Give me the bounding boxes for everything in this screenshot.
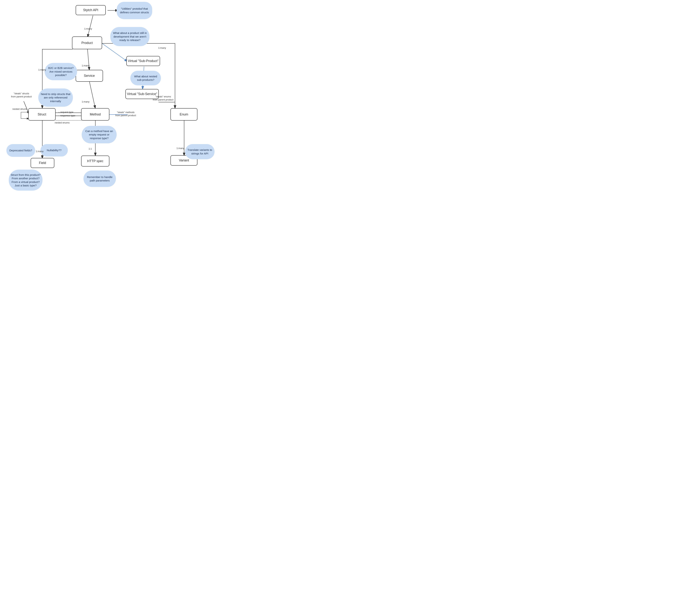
label-1many-enum-variant: 1:many xyxy=(177,147,184,150)
svg-line-6 xyxy=(102,44,128,62)
product-node: Product xyxy=(72,36,102,49)
b2c-b2b-cloud: B2C or B2B service? Are mixed services p… xyxy=(44,63,77,80)
label-nested-structs: nested structs xyxy=(12,108,27,111)
strip-structs-cloud: Need to strip structs that are only refe… xyxy=(38,88,73,107)
product-question-cloud: What about a product still in developmen… xyxy=(110,27,149,46)
svg-line-5 xyxy=(88,16,93,37)
field-node: Field xyxy=(31,158,54,168)
struct-type-question-cloud: Struct from this product? From another p… xyxy=(9,170,42,191)
nullability-cloud: Nullability?? xyxy=(40,144,68,156)
label-11-method-http: 1:1 xyxy=(89,147,92,151)
label-1many-product-struct: 1:many xyxy=(38,68,46,71)
label-1many-service-method: 1:many xyxy=(82,100,90,103)
label-steals-structs: "steals" structsfrom parent product xyxy=(10,92,33,98)
empty-request-cloud: Can a method have an empty request or re… xyxy=(82,126,117,143)
nested-sub-products-cloud: What about nested sub-products? xyxy=(130,71,161,85)
struct-node: Struct xyxy=(28,108,56,121)
enum-node: Enum xyxy=(170,108,197,121)
label-1many-struct-field: 1:many xyxy=(36,150,43,153)
label-steals-methods: "steals" methodsfrom parent product xyxy=(111,111,140,117)
utilities-cloud: "Utilities" protobuf that defines common… xyxy=(117,2,152,19)
translate-variants-cloud: Translate variants to strings for API xyxy=(185,144,215,159)
label-request-type: ←request type xyxy=(58,111,73,114)
diagram-container: Stytch API Product Virtual "Sub-Product"… xyxy=(0,0,219,192)
service-node: Service xyxy=(76,70,103,82)
label-response-type: ←response type xyxy=(58,114,75,117)
label-1many-api-product: 1:many xyxy=(84,28,92,31)
deprecated-fields-cloud: Deprecated fields? xyxy=(6,144,35,157)
method-node: Method xyxy=(81,108,109,121)
label-nested-enums: nested enums xyxy=(55,121,70,124)
remember-path-cloud: Remember to handle path parameters xyxy=(84,171,116,187)
label-steals-enums: "steals" enumsfrom parent product xyxy=(150,95,176,101)
virtual-sub-product-node: Virtual "Sub-Product" xyxy=(126,56,160,66)
label-1many-product-enum: 1:many xyxy=(158,47,166,50)
http-spec-node: HTTP spec xyxy=(81,156,109,167)
label-1many-product-service: 1:many xyxy=(82,64,90,67)
stytch-api-node: Stytch API xyxy=(76,5,106,15)
svg-line-9 xyxy=(89,81,95,108)
